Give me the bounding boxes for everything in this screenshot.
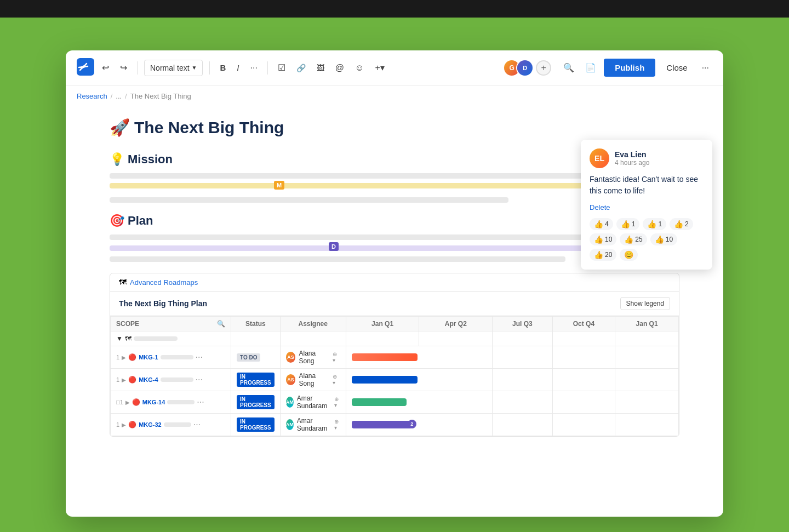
comment-delete-link[interactable]: Delete xyxy=(590,203,704,211)
undo-icon: ↩ xyxy=(102,62,109,73)
toolbar: ↩ ↪ Normal text ▼ B I ··· ☑ xyxy=(66,50,723,85)
oct-q4-header: Oct Q4 xyxy=(552,317,615,331)
undo-button[interactable]: ↩ xyxy=(99,59,112,76)
image-button[interactable]: 🖼 xyxy=(313,60,328,76)
reaction-6[interactable]: 👍25 xyxy=(620,233,647,245)
roadmap-title: The Next Big Thing Plan xyxy=(119,299,207,308)
comment-author-avatar: EL xyxy=(590,148,609,168)
content-line-2 xyxy=(110,197,508,203)
insert-button[interactable]: +▾ xyxy=(371,59,387,76)
text-style-label: Normal text xyxy=(150,64,190,72)
avatar-collaborator-2: D xyxy=(516,59,534,77)
editor-body[interactable]: 🚀 The Next Big Thing 💡 Mission M xyxy=(66,107,723,517)
breadcrumb-current: The Next Big Thing xyxy=(130,92,191,100)
close-button[interactable]: Close xyxy=(660,59,694,77)
jul-q3-header: Jul Q3 xyxy=(493,317,552,331)
chevron-down-icon: ▼ xyxy=(192,65,197,71)
roadmap-parent-row: ▼ 🗺 xyxy=(111,331,679,346)
task-button[interactable]: ☑ xyxy=(275,59,289,76)
insert-icon: +▾ xyxy=(375,62,384,73)
redo-button[interactable]: ↪ xyxy=(117,59,130,76)
content-area: Research / ... / The Next Big Thing 🚀 Th… xyxy=(66,85,723,517)
italic-button[interactable]: I xyxy=(233,60,242,76)
more-formatting-button[interactable]: ··· xyxy=(247,60,261,76)
d-marker: D xyxy=(329,242,339,251)
image-icon: 🖼 xyxy=(317,64,324,72)
reactions-container: 👍4 👍1 👍1 👍2 👍10 👍25 👍10 👍20 😊 xyxy=(590,218,704,261)
title-text: The Next Big Thing xyxy=(134,118,284,137)
more-formatting-icon: ··· xyxy=(250,63,258,73)
status-column-header: Status xyxy=(231,317,281,331)
plan-line-2 xyxy=(110,256,565,262)
emoji-icon: ☺ xyxy=(355,63,364,73)
assignee-column-header: Assignee xyxy=(280,317,346,331)
roadmap-plugin-label: 🗺 Advanced Roadmaps xyxy=(110,273,679,291)
reaction-7[interactable]: 👍10 xyxy=(650,233,677,245)
bold-icon: B xyxy=(220,63,226,72)
breadcrumb-ellipsis: ... xyxy=(116,92,122,100)
reaction-3[interactable]: 👍1 xyxy=(643,218,666,230)
plan-heading-text: Plan xyxy=(128,214,153,228)
collaborators-avatars: G D + xyxy=(503,59,551,77)
task-icon: ☑ xyxy=(278,62,285,73)
reaction-1[interactable]: 👍4 xyxy=(590,218,613,230)
parent-icon: 🗺 xyxy=(125,335,132,342)
mission-heading-text: Mission xyxy=(128,152,173,167)
reaction-9[interactable]: 😊 xyxy=(620,249,638,261)
plan-emoji: 🎯 xyxy=(110,214,124,228)
roadmap-table: SCOPE 🔍 Status Assignee Jan Q1 Apr Q2 Ju… xyxy=(110,316,679,436)
advanced-roadmaps-label: Advanced Roadmaps xyxy=(130,278,198,287)
reaction-5[interactable]: 👍10 xyxy=(590,233,616,245)
breadcrumb-research[interactable]: Research xyxy=(77,92,107,100)
mention-button[interactable]: @ xyxy=(332,60,347,76)
divider-1 xyxy=(137,61,138,75)
link-button[interactable]: 🔗 xyxy=(293,60,309,76)
mention-icon: @ xyxy=(335,63,344,73)
editor-window: ↩ ↪ Normal text ▼ B I ··· ☑ xyxy=(66,50,723,517)
emoji-button[interactable]: ☺ xyxy=(352,60,367,76)
jan-q1-header: Jan Q1 xyxy=(346,317,419,331)
comment-header: EL Eva Lien 4 hours ago xyxy=(590,148,704,168)
gantt-bar-row3 xyxy=(352,398,407,406)
search-button[interactable]: 🔍 xyxy=(560,59,578,76)
divider-3 xyxy=(267,61,268,75)
add-collaborator-button[interactable]: + xyxy=(536,60,551,76)
roadmap-header: The Next Big Thing Plan Show legend xyxy=(110,291,679,316)
table-row: 1 ▶ 🔴 MKG-4 ··· IN PROGRESS xyxy=(111,369,679,391)
gantt-bar-row1 xyxy=(352,353,418,361)
text-style-dropdown[interactable]: Normal text ▼ xyxy=(144,60,203,76)
italic-icon: I xyxy=(237,63,239,72)
gantt-badge: 2 xyxy=(408,420,416,428)
page-title: 🚀 The Next Big Thing xyxy=(110,118,679,137)
mission-emoji: 💡 xyxy=(110,152,124,167)
roadmap-embed: 🗺 Advanced Roadmaps The Next Big Thing P… xyxy=(110,273,679,437)
comment-popup: EL Eva Lien 4 hours ago Fantastic idea! … xyxy=(581,140,712,270)
apr-q2-header: Apr Q2 xyxy=(419,317,493,331)
reaction-2[interactable]: 👍1 xyxy=(616,218,640,230)
table-row: 1 ▶ 🔴 MKG-32 ··· IN PROGRESS xyxy=(111,414,679,436)
comment-body: Fantastic idea! Can't wait to see this c… xyxy=(590,174,704,197)
comment-author-name: Eva Lien xyxy=(615,150,649,159)
reaction-4[interactable]: 👍2 xyxy=(670,218,693,230)
publish-button[interactable]: Publish xyxy=(604,59,655,77)
scope-column-header: SCOPE 🔍 xyxy=(111,317,231,331)
gantt-bar-row4: 2 xyxy=(352,421,412,428)
templates-button[interactable]: 📄 xyxy=(582,59,599,76)
divider-2 xyxy=(209,61,210,75)
overflow-menu-button[interactable]: ··· xyxy=(699,60,712,76)
overflow-icon: ··· xyxy=(702,63,709,73)
bold-button[interactable]: B xyxy=(216,60,229,76)
scope-search-icon[interactable]: 🔍 xyxy=(217,320,225,328)
search-icon: 🔍 xyxy=(563,62,574,73)
link-icon: 🔗 xyxy=(296,64,306,72)
gantt-bar-row2 xyxy=(352,376,418,384)
table-row: 1 ▶ 🔴 MKG-1 ··· TO DO xyxy=(111,346,679,369)
m-marker: M xyxy=(274,181,284,190)
reaction-8[interactable]: 👍20 xyxy=(590,249,616,261)
title-emoji: 🚀 xyxy=(110,118,130,137)
jan-q1-2-header: Jan Q1 xyxy=(615,317,679,331)
breadcrumb: Research / ... / The Next Big Thing xyxy=(66,85,723,107)
templates-icon: 📄 xyxy=(585,62,596,73)
redo-icon: ↪ xyxy=(120,62,127,73)
show-legend-button[interactable]: Show legend xyxy=(620,297,670,310)
